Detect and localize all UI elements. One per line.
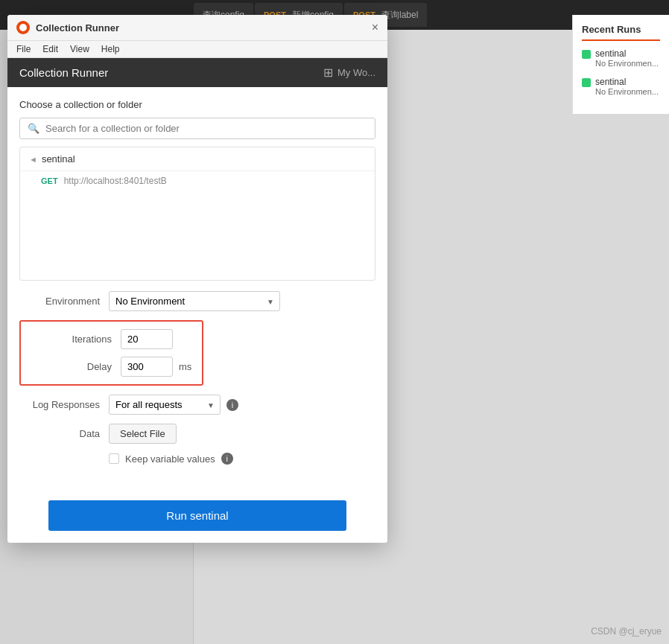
recent-run-name-2: sentinal [595, 77, 659, 87]
modal-body: Choose a collection or folder 🔍 ◄ sentin… [7, 87, 387, 488]
modal-close-button[interactable]: × [372, 21, 378, 34]
menu-help[interactable]: Help [101, 44, 120, 54]
keep-checkbox[interactable] [109, 453, 119, 464]
modal-title-text: Collection Runner [36, 22, 119, 34]
watermark: CSDN @cj_eryue [591, 626, 662, 637]
modal-titlebar-left: Collection Runner [16, 21, 119, 34]
tree-sub-row[interactable]: GET http://localhost:8401/testB [20, 171, 375, 191]
menu-file[interactable]: File [16, 44, 31, 54]
search-input[interactable] [45, 123, 367, 134]
iterations-label: Iterations [31, 334, 121, 345]
collection-runner-modal: Collection Runner × File Edit View Help … [7, 15, 387, 543]
recent-run-name-1: sentinal [595, 48, 659, 59]
keep-row: Keep variable values i [19, 453, 375, 465]
modal-header: Collection Runner ⊞ My Wo... [7, 58, 387, 87]
modal-menubar: File Edit View Help [7, 41, 387, 58]
menu-view[interactable]: View [70, 44, 89, 54]
iterations-delay-section: Iterations Delay ms [19, 320, 203, 386]
tree-method-get: GET [41, 176, 58, 185]
keep-variable-label: Keep variable values [125, 453, 215, 465]
log-select-wrap: For all requests [109, 395, 221, 415]
tree-collection-name: sentinal [42, 153, 75, 165]
collection-tree: ◄ sentinal GET http://localhost:8401/tes… [19, 147, 375, 281]
recent-runs-panel: Recent Runs sentinal No Environmen... se… [572, 15, 669, 114]
modal-overlay: Collection Runner × File Edit View Help … [0, 0, 669, 644]
delay-input[interactable] [121, 357, 173, 377]
environment-select-wrap: No Environment [109, 291, 280, 311]
log-info-icon[interactable]: i [226, 399, 238, 411]
my-workspace: ⊞ My Wo... [323, 66, 375, 80]
modal-logo-inner [19, 24, 27, 31]
recent-run-dot-2 [582, 78, 591, 87]
recent-run-info-2: sentinal No Environmen... [595, 77, 659, 96]
run-button-row: Run sentinal [7, 488, 387, 543]
delay-unit: ms [179, 361, 191, 372]
search-icon: 🔍 [28, 123, 39, 134]
run-sentinal-button[interactable]: Run sentinal [48, 500, 346, 531]
environment-row: Environment No Environment [19, 291, 375, 311]
keep-info-icon[interactable]: i [221, 453, 233, 465]
choose-label: Choose a collection or folder [19, 99, 375, 110]
select-file-button[interactable]: Select File [109, 424, 177, 444]
tree-chevron-icon: ◄ [29, 155, 37, 164]
environment-select[interactable]: No Environment [109, 291, 280, 311]
recent-run-info-1: sentinal No Environmen... [595, 48, 659, 68]
recent-run-dot-1 [582, 50, 591, 59]
recent-runs-title: Recent Runs [582, 24, 660, 41]
delay-label: Delay [31, 361, 121, 372]
log-select[interactable]: For all requests [109, 395, 221, 415]
modal-logo [16, 21, 30, 34]
environment-label: Environment [19, 296, 109, 307]
recent-run-env-2: No Environmen... [595, 87, 659, 96]
modal-header-title: Collection Runner [19, 66, 108, 79]
tree-row-sentinal[interactable]: ◄ sentinal [20, 147, 375, 171]
recent-run-env-1: No Environmen... [595, 59, 659, 68]
log-row: Log Responses For all requests i [19, 395, 375, 415]
delay-row: Delay ms [31, 357, 191, 377]
data-row: Data Select File [19, 424, 375, 444]
search-box[interactable]: 🔍 [19, 118, 375, 139]
recent-run-item-1[interactable]: sentinal No Environmen... [582, 48, 660, 68]
log-label: Log Responses [19, 399, 109, 410]
tree-url: http://localhost:8401/testB [64, 176, 167, 186]
recent-run-item-2[interactable]: sentinal No Environmen... [582, 77, 660, 96]
iterations-row: Iterations [31, 329, 191, 349]
menu-edit[interactable]: Edit [42, 44, 58, 54]
data-label: Data [19, 428, 109, 439]
modal-titlebar: Collection Runner × [7, 15, 387, 41]
my-workspace-label: My Wo... [337, 67, 375, 78]
iterations-input[interactable] [121, 329, 173, 349]
